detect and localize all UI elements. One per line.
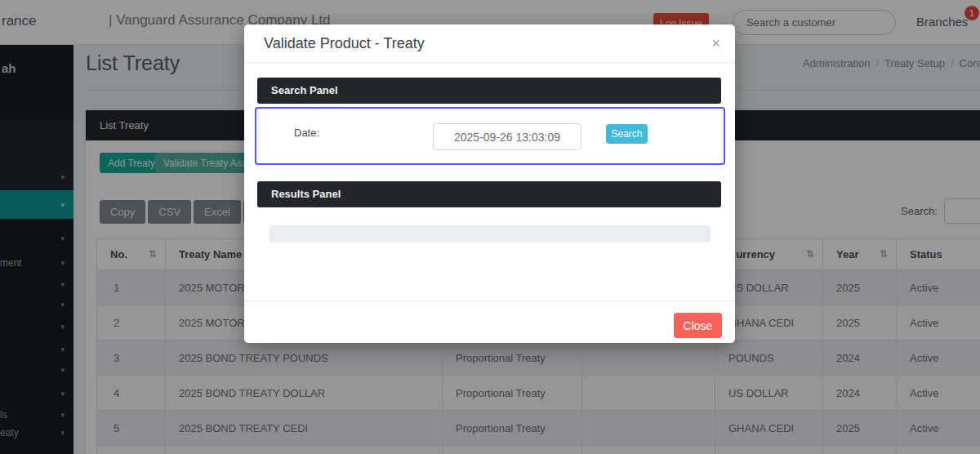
validate-product-modal: Validate Product - Treaty × Search Panel… xyxy=(244,24,735,343)
progress-bar xyxy=(270,225,710,243)
modal-header: Validate Product - Treaty × xyxy=(244,24,735,63)
divider xyxy=(244,300,735,301)
date-label: Date: xyxy=(294,127,319,139)
date-input[interactable] xyxy=(433,123,581,150)
search-panel-header: Search Panel xyxy=(257,78,721,104)
results-panel-header: Results Panel xyxy=(257,181,721,207)
search-button[interactable]: Search xyxy=(606,124,648,144)
close-button[interactable]: Close xyxy=(674,313,722,338)
close-icon[interactable]: × xyxy=(711,35,720,52)
modal-title: Validate Product - Treaty xyxy=(264,35,425,52)
